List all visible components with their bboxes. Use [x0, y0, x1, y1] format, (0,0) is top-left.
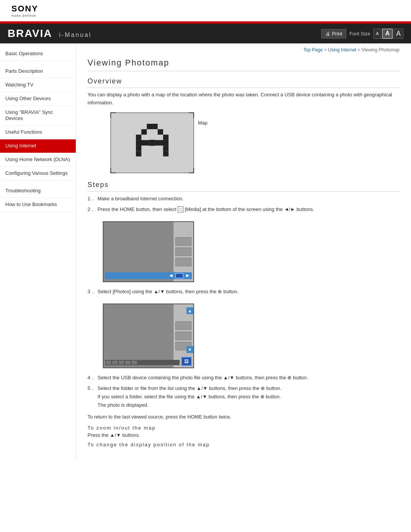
sidebar-item-configuring-various[interactable]: Configuring Various Settings — [0, 167, 76, 181]
sidebar-item-using-bravia-sync[interactable]: Using "BRAVIA" Sync Devices — [0, 106, 76, 126]
zoom-heading: To zoom in/out the map — [88, 425, 400, 431]
svg-rect-2 — [158, 129, 163, 134]
print-button[interactable]: 🖨 Print — [321, 29, 346, 38]
sidebar-item-using-home-network[interactable]: Using Home Network (DLNA) — [0, 153, 76, 167]
sidebar-item-how-to-use-bookmarks[interactable]: How to Use Bookmarks — [0, 198, 76, 212]
sidebar-item-using-internet[interactable]: Using Internet — [0, 139, 76, 153]
step-1-text: Make a broadband Internet connection. — [97, 195, 183, 203]
step-5-text: Select the folder or file from the list … — [97, 384, 281, 409]
svg-rect-9 — [163, 151, 169, 156]
font-size-controls: A A A — [373, 29, 403, 39]
font-size-label: Font Size — [349, 31, 370, 37]
photo-mockup — [110, 112, 194, 173]
content-area: Top Page > Using Internet > Viewing Phot… — [76, 43, 411, 460]
step-3-text: Select [Photos] using the ▲/▼ buttons, t… — [97, 288, 239, 296]
header-controls: 🖨 Print Font Size A A A — [321, 29, 403, 39]
step-4-num: 4． — [88, 374, 95, 382]
sidebar-item-basic-operations[interactable]: Basic Operations — [0, 47, 76, 61]
step-5b: If you select a folder, select the file … — [97, 393, 281, 401]
sidebar: Basic Operations Parts Description Watch… — [0, 43, 76, 460]
svg-rect-3 — [136, 134, 141, 140]
print-label: Print — [332, 31, 342, 37]
font-large-button[interactable]: A — [393, 29, 403, 39]
page-title: Viewing Photomap — [88, 58, 400, 71]
sony-logo-area: SONY make.believe — [0, 0, 411, 21]
svg-rect-1 — [141, 129, 147, 134]
step-3: 3． Select [Photos] using the ▲/▼ buttons… — [88, 288, 400, 296]
return-note: To return to the last viewed source, pre… — [88, 413, 400, 421]
sony-tagline: make.believe — [11, 14, 400, 18]
svg-rect-5 — [136, 140, 169, 145]
breadcrumb: Top Page > Using Internet > Viewing Phot… — [88, 47, 400, 53]
step-2-num: 2． — [88, 205, 95, 214]
sony-logo: SONY — [11, 4, 400, 14]
breadcrumb-top-page[interactable]: Top Page — [303, 47, 323, 53]
map-label: Map — [198, 120, 207, 126]
imanual-title: i-Manual — [59, 32, 91, 38]
step-2-text: Press the HOME button, then select □ [Me… — [97, 205, 314, 214]
step-5: 5． Select the folder or file from the li… — [88, 384, 400, 409]
print-icon: 🖨 — [325, 31, 330, 37]
step-4: 4． Select the USB device containing the … — [88, 374, 400, 382]
sidebar-item-useful-functions[interactable]: Useful Functions — [0, 126, 76, 139]
step-4-text: Select the USB device containing the pho… — [97, 374, 308, 382]
breadcrumb-current: Viewing Photomap — [362, 47, 400, 53]
position-heading: To change the display position of the ma… — [88, 442, 400, 447]
svg-rect-7 — [163, 145, 169, 151]
svg-rect-8 — [136, 151, 141, 156]
sidebar-item-parts-description[interactable]: Parts Description — [0, 65, 76, 78]
pixel-art-a — [129, 124, 175, 162]
step-2: 2． Press the HOME button, then select □ … — [88, 205, 400, 214]
zoom-press: Press the ▲/▼ buttons. — [88, 432, 400, 438]
step-1-num: 1． — [88, 195, 95, 203]
overview-title: Overview — [88, 77, 400, 88]
step-5c: The photo is displayed. — [97, 401, 281, 409]
svg-rect-0 — [147, 124, 158, 129]
breadcrumb-using-internet[interactable]: Using Internet — [328, 47, 357, 53]
step-1: 1． Make a broadband Internet connection. — [88, 195, 400, 203]
font-medium-button[interactable]: A — [382, 29, 393, 39]
svg-rect-4 — [163, 134, 169, 140]
photomap-illustration: Map — [110, 112, 400, 173]
breadcrumb-sep2: > — [358, 47, 362, 53]
main-layout: Basic Operations Parts Description Watch… — [0, 43, 411, 460]
step-5-num: 5． — [88, 384, 95, 409]
sidebar-item-troubleshooting[interactable]: Troubleshooting — [0, 184, 76, 198]
sidebar-item-using-other-devices[interactable]: Using Other Devices — [0, 92, 76, 106]
screen-mockup-1: ◄ ► — [103, 221, 194, 282]
step-3-num: 3． — [88, 288, 95, 296]
svg-rect-6 — [136, 145, 141, 151]
steps-content: 1． Make a broadband Internet connection.… — [88, 195, 400, 410]
overview-text: You can display a photo with a map of th… — [88, 91, 400, 107]
screen-mockup-2: ▲ ▼ 🖼 — [103, 304, 194, 368]
bravia-title: BRAVIA — [8, 27, 52, 40]
steps-title: Steps — [88, 181, 400, 192]
bravia-logo: BRAVIA i-Manual — [8, 27, 92, 40]
breadcrumb-sep1: > — [324, 47, 328, 53]
sidebar-item-watching-tv[interactable]: Watching TV — [0, 78, 76, 92]
font-small-button[interactable]: A — [373, 29, 381, 39]
step-5a: Select the folder or file from the list … — [97, 384, 281, 393]
header: BRAVIA i-Manual 🖨 Print Font Size A A A — [0, 24, 411, 43]
